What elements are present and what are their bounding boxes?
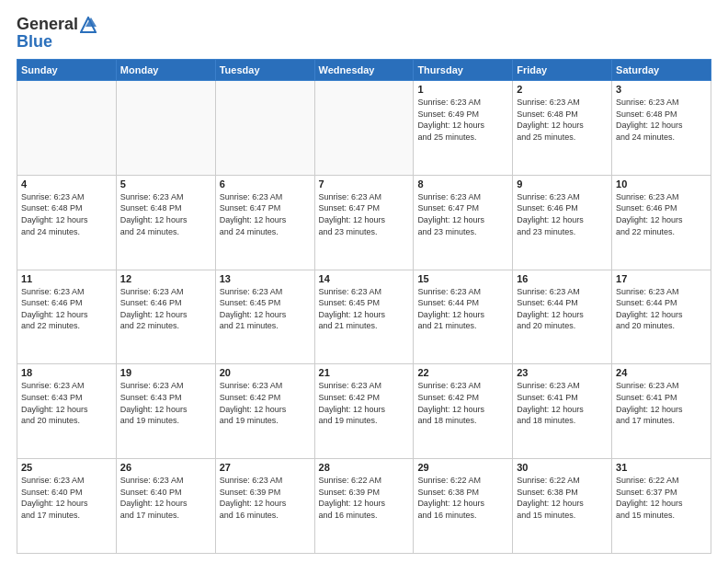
day-number: 16 xyxy=(517,273,608,284)
day-number: 3 xyxy=(616,84,707,95)
page: General Blue SundayMondayTuesdayWednesda… xyxy=(0,0,728,563)
day-info: Sunrise: 6:23 AM Sunset: 6:41 PM Dayligh… xyxy=(616,380,707,426)
calendar-cell: 3Sunrise: 6:23 AM Sunset: 6:48 PM Daylig… xyxy=(612,81,711,176)
logo-general-text: General xyxy=(17,15,78,34)
day-info: Sunrise: 6:23 AM Sunset: 6:42 PM Dayligh… xyxy=(417,380,508,426)
logo-blue-text: Blue xyxy=(17,32,52,52)
day-number: 2 xyxy=(517,84,608,95)
day-info: Sunrise: 6:23 AM Sunset: 6:43 PM Dayligh… xyxy=(21,380,112,426)
day-info: Sunrise: 6:22 AM Sunset: 6:38 PM Dayligh… xyxy=(517,475,608,521)
day-number: 9 xyxy=(517,178,608,190)
day-number: 26 xyxy=(120,462,211,473)
day-info: Sunrise: 6:23 AM Sunset: 6:40 PM Dayligh… xyxy=(21,475,112,521)
day-number: 29 xyxy=(417,462,508,473)
logo-triangle-icon xyxy=(80,17,97,33)
day-number: 4 xyxy=(21,178,112,190)
day-info: Sunrise: 6:23 AM Sunset: 6:45 PM Dayligh… xyxy=(319,286,410,332)
day-info: Sunrise: 6:23 AM Sunset: 6:44 PM Dayligh… xyxy=(616,286,707,332)
day-info: Sunrise: 6:22 AM Sunset: 6:38 PM Dayligh… xyxy=(417,475,508,521)
calendar-cell: 4Sunrise: 6:23 AM Sunset: 6:48 PM Daylig… xyxy=(17,175,117,270)
day-number: 28 xyxy=(319,462,410,473)
calendar-cell: 9Sunrise: 6:23 AM Sunset: 6:46 PM Daylig… xyxy=(513,175,612,270)
day-number: 12 xyxy=(120,273,211,284)
calendar-cell: 10Sunrise: 6:23 AM Sunset: 6:46 PM Dayli… xyxy=(612,175,711,270)
day-info: Sunrise: 6:23 AM Sunset: 6:46 PM Dayligh… xyxy=(120,286,211,332)
day-header-saturday: Saturday xyxy=(612,60,711,81)
day-info: Sunrise: 6:23 AM Sunset: 6:47 PM Dayligh… xyxy=(319,191,410,237)
day-number: 25 xyxy=(21,462,112,473)
day-header-monday: Monday xyxy=(116,60,215,81)
day-number: 19 xyxy=(120,367,211,378)
calendar-cell: 31Sunrise: 6:22 AM Sunset: 6:37 PM Dayli… xyxy=(612,459,711,554)
calendar-week-2: 4Sunrise: 6:23 AM Sunset: 6:48 PM Daylig… xyxy=(17,175,711,270)
day-header-thursday: Thursday xyxy=(414,60,513,81)
day-number: 8 xyxy=(417,178,508,190)
calendar-cell: 22Sunrise: 6:23 AM Sunset: 6:42 PM Dayli… xyxy=(414,364,513,459)
day-number: 13 xyxy=(220,273,311,284)
day-number: 15 xyxy=(417,273,508,284)
day-number: 30 xyxy=(517,462,608,473)
calendar-cell: 24Sunrise: 6:23 AM Sunset: 6:41 PM Dayli… xyxy=(612,364,711,459)
day-number: 23 xyxy=(517,367,608,378)
calendar-cell: 30Sunrise: 6:22 AM Sunset: 6:38 PM Dayli… xyxy=(513,459,612,554)
day-info: Sunrise: 6:23 AM Sunset: 6:45 PM Dayligh… xyxy=(220,286,311,332)
calendar-cell: 14Sunrise: 6:23 AM Sunset: 6:45 PM Dayli… xyxy=(314,270,414,364)
calendar-cell: 2Sunrise: 6:23 AM Sunset: 6:48 PM Daylig… xyxy=(513,81,612,176)
day-number: 21 xyxy=(319,367,410,378)
day-info: Sunrise: 6:23 AM Sunset: 6:44 PM Dayligh… xyxy=(517,286,608,332)
day-number: 11 xyxy=(21,273,112,284)
day-number: 14 xyxy=(319,273,410,284)
day-number: 20 xyxy=(220,367,311,378)
calendar-cell: 11Sunrise: 6:23 AM Sunset: 6:46 PM Dayli… xyxy=(17,270,117,364)
calendar-cell: 7Sunrise: 6:23 AM Sunset: 6:47 PM Daylig… xyxy=(314,175,414,270)
calendar-cell: 1Sunrise: 6:23 AM Sunset: 6:49 PM Daylig… xyxy=(414,81,513,176)
calendar-cell: 19Sunrise: 6:23 AM Sunset: 6:43 PM Dayli… xyxy=(116,364,215,459)
calendar-cell xyxy=(314,81,414,176)
calendar-cell: 18Sunrise: 6:23 AM Sunset: 6:43 PM Dayli… xyxy=(17,364,117,459)
calendar-cell: 26Sunrise: 6:23 AM Sunset: 6:40 PM Dayli… xyxy=(116,459,215,554)
day-header-sunday: Sunday xyxy=(17,60,117,81)
calendar-header-row: SundayMondayTuesdayWednesdayThursdayFrid… xyxy=(17,60,711,81)
day-info: Sunrise: 6:23 AM Sunset: 6:42 PM Dayligh… xyxy=(319,380,410,426)
day-info: Sunrise: 6:23 AM Sunset: 6:39 PM Dayligh… xyxy=(220,475,311,521)
calendar-cell: 13Sunrise: 6:23 AM Sunset: 6:45 PM Dayli… xyxy=(215,270,314,364)
day-number: 22 xyxy=(417,367,508,378)
day-number: 1 xyxy=(417,84,508,95)
day-info: Sunrise: 6:22 AM Sunset: 6:37 PM Dayligh… xyxy=(616,475,707,521)
day-info: Sunrise: 6:23 AM Sunset: 6:49 PM Dayligh… xyxy=(417,97,508,143)
day-info: Sunrise: 6:23 AM Sunset: 6:40 PM Dayligh… xyxy=(120,475,211,521)
calendar-cell: 8Sunrise: 6:23 AM Sunset: 6:47 PM Daylig… xyxy=(414,175,513,270)
calendar-cell xyxy=(116,81,215,176)
day-number: 17 xyxy=(616,273,707,284)
day-info: Sunrise: 6:23 AM Sunset: 6:43 PM Dayligh… xyxy=(120,380,211,426)
day-header-wednesday: Wednesday xyxy=(314,60,414,81)
day-info: Sunrise: 6:23 AM Sunset: 6:46 PM Dayligh… xyxy=(21,286,112,332)
calendar-week-5: 25Sunrise: 6:23 AM Sunset: 6:40 PM Dayli… xyxy=(17,459,711,554)
day-number: 18 xyxy=(21,367,112,378)
calendar-cell: 25Sunrise: 6:23 AM Sunset: 6:40 PM Dayli… xyxy=(17,459,117,554)
day-number: 24 xyxy=(616,367,707,378)
calendar-week-4: 18Sunrise: 6:23 AM Sunset: 6:43 PM Dayli… xyxy=(17,364,711,459)
day-number: 10 xyxy=(616,178,707,190)
calendar-cell: 21Sunrise: 6:23 AM Sunset: 6:42 PM Dayli… xyxy=(314,364,414,459)
calendar-cell: 12Sunrise: 6:23 AM Sunset: 6:46 PM Dayli… xyxy=(116,270,215,364)
calendar-cell: 17Sunrise: 6:23 AM Sunset: 6:44 PM Dayli… xyxy=(612,270,711,364)
day-info: Sunrise: 6:23 AM Sunset: 6:42 PM Dayligh… xyxy=(220,380,311,426)
day-info: Sunrise: 6:23 AM Sunset: 6:47 PM Dayligh… xyxy=(220,191,311,237)
day-number: 6 xyxy=(220,178,311,190)
day-info: Sunrise: 6:23 AM Sunset: 6:48 PM Dayligh… xyxy=(21,191,112,237)
day-number: 27 xyxy=(220,462,311,473)
day-info: Sunrise: 6:23 AM Sunset: 6:48 PM Dayligh… xyxy=(517,97,608,143)
day-info: Sunrise: 6:23 AM Sunset: 6:46 PM Dayligh… xyxy=(616,191,707,237)
logo-row: General xyxy=(17,15,97,34)
calendar-cell: 29Sunrise: 6:22 AM Sunset: 6:38 PM Dayli… xyxy=(414,459,513,554)
calendar-table: SundayMondayTuesdayWednesdayThursdayFrid… xyxy=(17,59,711,554)
day-header-friday: Friday xyxy=(513,60,612,81)
calendar-cell: 6Sunrise: 6:23 AM Sunset: 6:47 PM Daylig… xyxy=(215,175,314,270)
calendar-cell: 28Sunrise: 6:22 AM Sunset: 6:39 PM Dayli… xyxy=(314,459,414,554)
day-info: Sunrise: 6:23 AM Sunset: 6:48 PM Dayligh… xyxy=(616,97,707,143)
day-number: 31 xyxy=(616,462,707,473)
day-info: Sunrise: 6:23 AM Sunset: 6:48 PM Dayligh… xyxy=(120,191,211,237)
calendar-cell: 27Sunrise: 6:23 AM Sunset: 6:39 PM Dayli… xyxy=(215,459,314,554)
calendar-week-1: 1Sunrise: 6:23 AM Sunset: 6:49 PM Daylig… xyxy=(17,81,711,176)
